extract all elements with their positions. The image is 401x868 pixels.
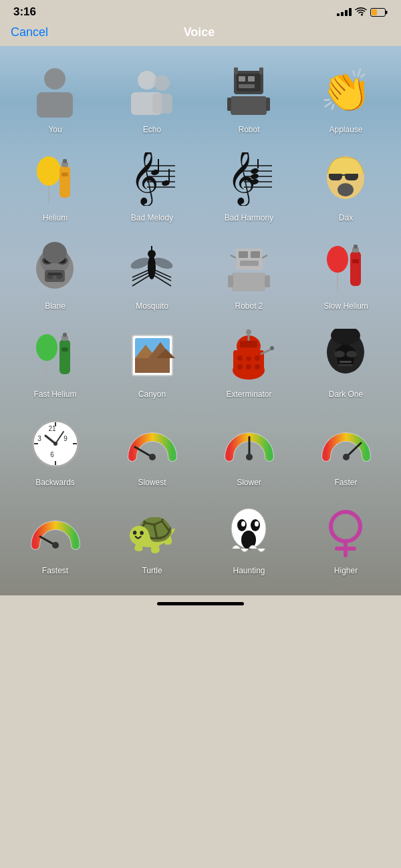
blane-label: Blane: [45, 301, 65, 311]
turtle-icon: 🐢: [122, 502, 182, 562]
voice-item-dax[interactable]: Dax: [297, 141, 394, 229]
svg-line-80: [262, 255, 267, 258]
cancel-button[interactable]: Cancel: [11, 25, 48, 39]
svg-point-143: [241, 521, 245, 527]
status-icons: [337, 7, 388, 17]
svg-rect-21: [59, 166, 70, 198]
svg-point-87: [36, 334, 57, 361]
svg-rect-89: [59, 339, 70, 374]
svg-rect-91: [63, 333, 67, 337]
canyon-icon: [122, 325, 182, 386]
svg-point-135: [246, 454, 253, 460]
svg-point-105: [246, 364, 251, 370]
voice-item-you[interactable]: You: [7, 53, 104, 141]
voice-item-haunting[interactable]: Haunting: [200, 494, 297, 582]
voice-item-applause[interactable]: 👏 Applause: [297, 53, 394, 141]
dark-one-label: Dark One: [329, 390, 363, 399]
fast-helium-label: Fast Helium: [33, 390, 76, 399]
robot-label: Robot: [238, 125, 259, 134]
voice-item-mosquito[interactable]: Mosquito: [104, 229, 200, 317]
svg-point-133: [149, 454, 156, 460]
echo-label: Echo: [143, 125, 161, 134]
voice-item-echo[interactable]: Echo: [104, 53, 200, 141]
svg-rect-59: [48, 273, 61, 275]
voice-item-dark-one[interactable]: Dark One: [297, 317, 394, 406]
svg-point-19: [37, 156, 61, 186]
svg-text:9: 9: [63, 435, 68, 442]
slowest-label: Slowest: [138, 478, 166, 487]
voice-item-higher[interactable]: Higher: [297, 494, 394, 582]
svg-rect-13: [239, 84, 255, 88]
svg-rect-14: [231, 96, 267, 115]
svg-point-110: [246, 329, 251, 335]
svg-rect-108: [240, 341, 257, 347]
voice-item-backwards[interactable]: 21 9 6 3 Backwards: [7, 406, 104, 494]
voice-item-canyon[interactable]: Canyon: [104, 317, 200, 406]
svg-point-5: [138, 71, 156, 90]
voice-item-slow-helium[interactable]: Slow Helium: [297, 229, 394, 317]
fastest-label: Fastest: [42, 566, 68, 575]
voice-item-robot2[interactable]: Robot 2: [200, 229, 297, 317]
svg-rect-95: [135, 358, 170, 373]
dax-icon: [316, 149, 376, 209]
fast-helium-icon: [25, 325, 86, 386]
wifi-icon: [355, 7, 367, 17]
svg-point-131: [53, 442, 57, 446]
svg-rect-77: [228, 275, 233, 287]
slower-gauge-icon: [219, 414, 279, 474]
faster-label: Faster: [334, 478, 357, 487]
svg-rect-78: [265, 275, 270, 287]
svg-rect-74: [251, 251, 260, 258]
svg-rect-18: [259, 67, 263, 74]
svg-rect-76: [232, 273, 265, 291]
voice-item-robot[interactable]: Robot: [200, 53, 297, 141]
svg-rect-24: [61, 172, 68, 176]
voice-item-fast-helium[interactable]: Fast Helium: [7, 317, 104, 406]
voice-item-slower[interactable]: Slower: [200, 406, 297, 494]
voice-item-fastest[interactable]: Fastest: [7, 494, 104, 582]
helium-icon: [25, 149, 86, 209]
svg-rect-8: [152, 94, 172, 114]
status-time: 3:16: [13, 5, 36, 19]
slow-helium-icon: [316, 237, 376, 297]
svg-point-144: [255, 521, 259, 527]
svg-point-137: [343, 454, 350, 460]
page-title: Voice: [184, 25, 215, 39]
svg-point-101: [237, 355, 243, 361]
svg-rect-17: [234, 67, 238, 74]
turtle-label: Turtle: [142, 566, 162, 575]
voice-item-slowest[interactable]: Slowest: [104, 406, 200, 494]
voice-item-bad-harmony[interactable]: 𝄞 Bad Harmony: [200, 141, 297, 229]
voice-item-faster[interactable]: Faster: [297, 406, 394, 494]
svg-point-3: [44, 68, 65, 90]
mosquito-icon: [122, 237, 182, 297]
voice-item-exterminator[interactable]: Exterminator: [200, 317, 297, 406]
canyon-label: Canyon: [138, 390, 166, 399]
status-bar: 3:16: [0, 0, 401, 21]
voice-item-helium[interactable]: Helium: [7, 141, 104, 229]
svg-text:𝄞: 𝄞: [130, 152, 159, 206]
voice-item-bad-melody[interactable]: 𝄞 Bad Melody: [104, 141, 200, 229]
svg-point-116: [346, 351, 357, 357]
fastest-gauge-icon: [25, 502, 86, 562]
exterminator-icon: [219, 325, 279, 386]
higher-label: Higher: [334, 566, 358, 575]
svg-rect-16: [266, 98, 270, 111]
svg-rect-86: [352, 259, 359, 263]
slowest-gauge-icon: [122, 414, 182, 474]
robot2-icon: [219, 237, 279, 297]
home-indicator: [0, 595, 401, 611]
svg-rect-117: [340, 361, 352, 363]
higher-icon: [316, 502, 376, 562]
svg-point-115: [334, 351, 345, 357]
svg-point-139: [52, 542, 59, 549]
nav-bar: Cancel Voice: [0, 21, 401, 46]
svg-rect-15: [227, 98, 231, 111]
voice-item-turtle[interactable]: 🐢 Turtle: [104, 494, 200, 582]
svg-rect-73: [239, 251, 248, 258]
svg-point-49: [338, 183, 354, 196]
bad-melody-icon: 𝄞: [122, 149, 182, 209]
svg-text:𝄞: 𝄞: [227, 152, 256, 206]
dark-one-icon: [316, 325, 376, 386]
voice-item-blane[interactable]: Blane: [7, 229, 104, 317]
